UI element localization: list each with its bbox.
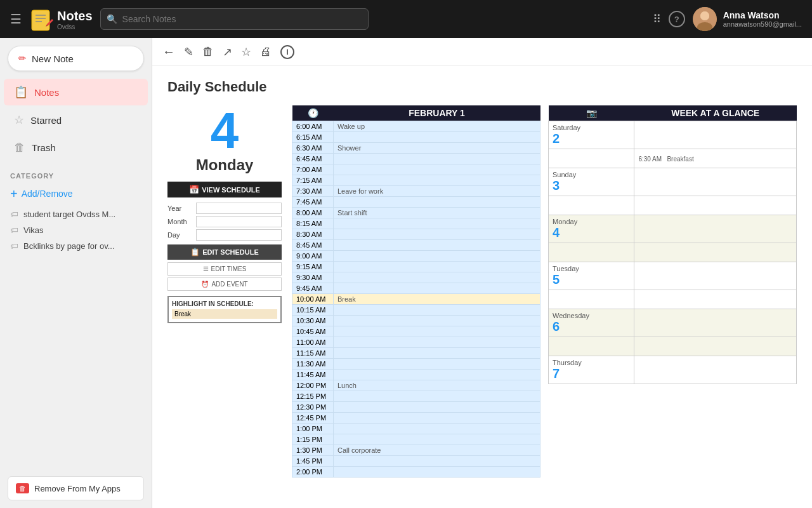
back-button[interactable]: ← bbox=[162, 44, 175, 59]
app-logo: Notes Ovdss bbox=[29, 6, 93, 32]
app-subtitle: Ovdss bbox=[57, 23, 93, 30]
category-section: CATEGORY + Add/Remove 🏷 student target O… bbox=[0, 167, 152, 259]
cal-clock-icon: 🕐 bbox=[308, 108, 318, 118]
tag-icon-2: 🏷 bbox=[10, 225, 18, 235]
camera-icon: 📷 bbox=[586, 108, 597, 118]
tag-icon-1: 🏷 bbox=[10, 210, 18, 219]
avatar bbox=[693, 7, 717, 31]
cat3-label: Bcklinks by page for ov... bbox=[23, 241, 115, 251]
clock-icon: ⏰ bbox=[201, 281, 209, 288]
plus-icon: + bbox=[10, 187, 18, 200]
help-icon[interactable]: ? bbox=[669, 11, 685, 27]
sidebar-nav: 📋 Notes ☆ Starred 🗑 Trash bbox=[0, 74, 152, 167]
remove-icon: 🗑 bbox=[16, 483, 29, 493]
remove-label: Remove From My Apps bbox=[34, 484, 121, 493]
note-title: Daily Schedule bbox=[167, 79, 797, 95]
calendar-icon: 📅 bbox=[189, 185, 199, 194]
day-name: Monday bbox=[167, 156, 282, 174]
sidebar-item-trash[interactable]: 🗑 Trash bbox=[4, 135, 148, 161]
new-note-label: New Note bbox=[32, 53, 74, 64]
category-item-cat1[interactable]: 🏷 student target Ovdss M... bbox=[10, 206, 141, 222]
sidebar: ✏ New Note 📋 Notes ☆ Starred 🗑 Trash bbox=[0, 38, 152, 508]
pencil-icon: ✏ bbox=[18, 53, 27, 64]
category-label: CATEGORY bbox=[10, 172, 141, 180]
app-title: Notes bbox=[57, 8, 93, 23]
add-remove-label: Add/Remove bbox=[22, 189, 73, 199]
edit-schedule-btn[interactable]: 📋 EDIT SCHEDULE bbox=[167, 244, 282, 260]
edit-button[interactable]: ✎ bbox=[184, 45, 193, 59]
delete-button[interactable]: 🗑 bbox=[202, 45, 214, 58]
cal-month-header: FEBRUARY 1 bbox=[334, 105, 540, 121]
print-button[interactable]: 🖨 bbox=[260, 45, 272, 58]
schedule-table-section: 🕐 FEBRUARY 1 6:00 AMWake up6:15 AM6:30 A… bbox=[292, 105, 540, 478]
edit-times-btn[interactable]: ☰ EDIT TIMES bbox=[167, 262, 282, 276]
star-button[interactable]: ☆ bbox=[241, 45, 251, 59]
day-input[interactable] bbox=[196, 229, 282, 241]
edit-schedule-label: EDIT SCHEDULE bbox=[202, 248, 259, 256]
view-schedule-btn[interactable]: 📅 VIEW SCHEDULE bbox=[167, 182, 282, 197]
schedule-right-panels: 🕐 FEBRUARY 1 6:00 AMWake up6:15 AM6:30 A… bbox=[292, 105, 797, 478]
tag-icon-3: 🏷 bbox=[10, 241, 18, 251]
week-at-glance-section: 📷 WEEK AT A GLANCE Saturday 2 bbox=[548, 105, 797, 478]
year-label: Year bbox=[167, 204, 192, 212]
sidebar-trash-label: Trash bbox=[32, 142, 56, 153]
hamburger-icon[interactable]: ☰ bbox=[10, 11, 22, 27]
remove-from-apps-button[interactable]: 🗑 Remove From My Apps bbox=[8, 476, 144, 500]
sidebar-item-notes[interactable]: 📋 Notes bbox=[4, 79, 148, 105]
list-icon: ☰ bbox=[203, 265, 209, 272]
week-header-label: WEEK AT A GLANCE bbox=[634, 105, 797, 121]
day-label: Day bbox=[167, 231, 192, 239]
month-label: Month bbox=[167, 218, 192, 225]
toolbar: ← ✎ 🗑 ↗ ☆ 🖨 i bbox=[152, 38, 812, 66]
star-icon: ☆ bbox=[14, 113, 24, 127]
cat1-label: student target Ovdss M... bbox=[23, 210, 115, 219]
search-icon: 🔍 bbox=[107, 14, 117, 24]
add-event-label: ADD EVENT bbox=[211, 281, 247, 288]
category-item-cat3[interactable]: 🏷 Bcklinks by page for ov... bbox=[10, 238, 141, 254]
add-remove-btn[interactable]: + Add/Remove bbox=[10, 185, 141, 203]
year-input[interactable] bbox=[196, 203, 282, 214]
note-area: Daily Schedule 4 Monday 📅 VIEW SCHEDULE bbox=[152, 66, 812, 508]
info-button[interactable]: i bbox=[280, 45, 294, 59]
sidebar-item-starred[interactable]: ☆ Starred bbox=[4, 107, 148, 133]
search-input[interactable] bbox=[100, 8, 369, 30]
highlight-item: Break bbox=[172, 309, 277, 319]
highlight-title: HIGHLIGHT IN SCHEDULE: bbox=[172, 300, 277, 307]
schedule-left-panel: 4 Monday 📅 VIEW SCHEDULE Year bbox=[167, 105, 282, 478]
trash-icon: 🗑 bbox=[14, 141, 25, 154]
svg-rect-0 bbox=[32, 10, 49, 30]
cat2-label: Vikas bbox=[23, 225, 44, 235]
search-wrap: 🔍 bbox=[100, 8, 369, 30]
svg-point-10 bbox=[700, 11, 709, 20]
grid-icon[interactable]: ⠿ bbox=[653, 12, 661, 26]
edit-sched-icon: 📋 bbox=[190, 248, 200, 257]
share-button[interactable]: ↗ bbox=[223, 45, 232, 59]
sidebar-starred-label: Starred bbox=[30, 115, 62, 126]
user-area: Anna Watson annawatson590@gmail... bbox=[693, 7, 802, 31]
category-item-cat2[interactable]: 🏷 Vikas bbox=[10, 222, 141, 238]
user-email: annawatson590@gmail... bbox=[723, 20, 802, 28]
new-note-button[interactable]: ✏ New Note bbox=[8, 46, 144, 71]
date-number: 4 bbox=[167, 105, 282, 156]
main-content: ← ✎ 🗑 ↗ ☆ 🖨 i Daily Schedule 4 Monday 📅 bbox=[152, 38, 812, 508]
highlight-box: HIGHLIGHT IN SCHEDULE: Break bbox=[167, 296, 282, 323]
edit-times-label: EDIT TIMES bbox=[211, 265, 247, 272]
view-schedule-label: VIEW SCHEDULE bbox=[202, 186, 260, 194]
user-name: Anna Watson bbox=[723, 10, 802, 20]
add-event-btn[interactable]: ⏰ ADD EVENT bbox=[167, 277, 282, 291]
notes-icon: 📋 bbox=[14, 85, 28, 99]
sidebar-notes-label: Notes bbox=[34, 87, 59, 98]
month-input[interactable] bbox=[196, 216, 282, 227]
